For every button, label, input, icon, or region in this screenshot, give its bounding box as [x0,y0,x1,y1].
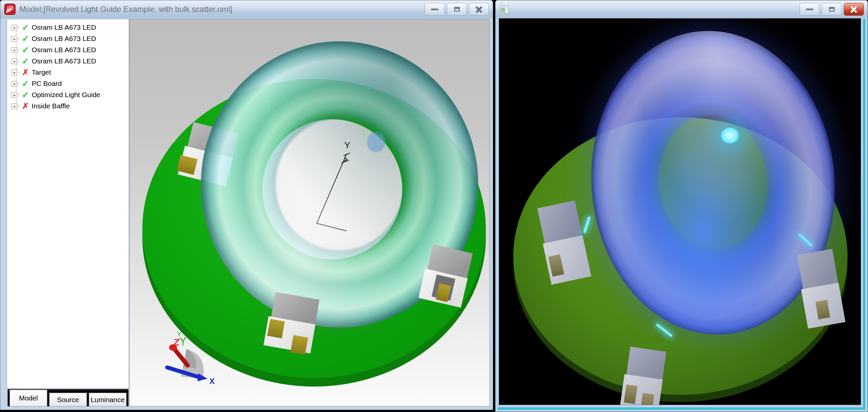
tab-label: Model [19,394,38,402]
tree-stub-line [17,94,21,95]
expand-icon[interactable]: + [11,92,17,98]
tree-stub-line [17,106,21,107]
tree-item[interactable]: + ✓ Osram LB A673 LED [7,44,129,56]
state-icon: ✗ [21,68,30,77]
tab-label: Source [57,396,79,404]
expand-icon[interactable]: + [11,25,17,30]
state-icon: ✗ [21,102,30,110]
frame-accent-right [863,19,865,410]
model-window-titlebar[interactable]: Model:[Revolved Light Guide Example, wit… [0,0,493,18]
restore-icon[interactable] [447,3,467,16]
expand-icon[interactable]: + [11,70,17,75]
model-window: Model:[Revolved Light Guide Example, wit… [0,0,493,410]
window-icon [499,4,509,14]
guide-blue-spot [367,132,385,152]
tree-item[interactable]: + ✓ Optimized Light Guide [7,89,129,100]
state-icon: ✓ [21,23,30,32]
desktop: Model:[Revolved Light Guide Example, wit… [0,0,868,412]
window-title: Model:[Revolved Light Guide Example, wit… [20,5,232,14]
svg-text:X: X [209,377,215,386]
tree-stub-line [17,72,21,73]
luminance-render-viewport[interactable] [499,18,861,405]
tree-stub-line [17,38,21,39]
state-icon: ✓ [21,34,30,43]
photopia-app-icon [4,4,16,15]
expand-icon[interactable]: + [11,58,17,64]
tree-item[interactable]: + ✗ Target [7,67,129,78]
state-icon: ✓ [21,57,30,65]
tree-stub-line [17,83,21,84]
tree-item[interactable]: + ✓ Osram LB A673 LED [7,33,129,44]
minimize-icon[interactable] [425,3,444,16]
tab-luminance[interactable]: Luminance [89,393,126,406]
expand-icon[interactable]: + [11,81,17,87]
tree-stub-line [17,27,21,28]
tree-item-label: Optimized Light Guide [32,91,100,99]
orientation-triad: Y X Z [157,328,220,388]
tree-item[interactable]: + ✓ Osram LB A673 LED [7,22,129,33]
tree-item[interactable]: + ✓ PC Board [7,78,129,89]
tab-source[interactable]: Source [49,393,87,406]
tree-item-label: Inside Baffle [32,102,70,110]
tree-item-label: PC Board [32,80,62,88]
svg-text:Y: Y [177,330,181,338]
restore-icon[interactable] [822,3,842,16]
expand-icon[interactable]: + [11,47,17,53]
render-led-bottom [620,346,669,405]
expand-icon[interactable]: + [11,104,17,109]
model-3d-viewport[interactable]: Y [129,19,490,406]
tree-item-label: Osram LB A673 LED [32,24,96,31]
tree-item[interactable]: + ✗ Inside Baffle [7,100,129,112]
tree-item-label: Osram LB A673 LED [32,46,96,54]
frame-accent-bottom [498,407,865,410]
render-window [495,0,868,412]
tree-item[interactable]: + ✓ Osram LB A673 LED [7,56,129,67]
state-icon: ✓ [21,91,30,99]
tree-stub-line [17,50,21,50]
tree-item-label: Target [32,68,51,76]
close-icon[interactable] [844,3,864,16]
render-window-titlebar[interactable] [495,0,868,18]
state-icon: ✓ [21,46,30,54]
led-hotspot [721,127,739,143]
expand-icon[interactable]: + [11,36,17,41]
tree-panel: + ✓ Osram LB A673 LED + ✓ Osram LB A673 … [7,19,129,388]
tree-stub-line [17,61,21,61]
tab-label: Luminance [91,396,125,404]
minimize-icon[interactable] [800,3,819,16]
tab-model[interactable]: Model [9,390,47,406]
tree-item-label: Osram LB A673 LED [32,57,96,65]
close-icon[interactable] [469,3,489,16]
view-tabs: Model Source Luminance [8,389,128,406]
led-package-bottom [264,291,322,354]
tree-item-label: Osram LB A673 LED [32,35,96,42]
state-icon: ✓ [21,79,30,88]
